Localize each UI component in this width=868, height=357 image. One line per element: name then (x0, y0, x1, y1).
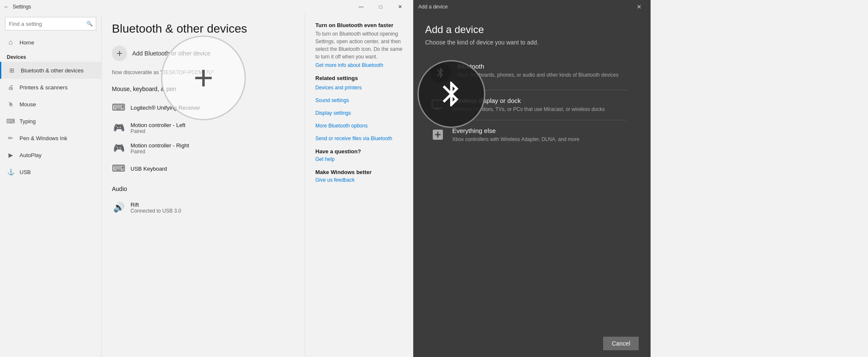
display-settings-link[interactable]: Display settings (315, 110, 403, 116)
sidebar-pen-label: Pen & Windows Ink (19, 135, 67, 141)
settings-window: ← Settings — □ ✕ 🔍 ⌂ Home Devices ⊞ (0, 0, 413, 357)
bluetooth-option-title: Bluetooth (457, 63, 618, 70)
dialog-option-everything-else[interactable]: Everything else Xbox controllers with Wi… (425, 120, 639, 150)
have-question-section: Have a question? Get help (315, 148, 403, 162)
tip-desc: To turn on Bluetooth without opening Set… (315, 30, 403, 61)
keyboard-icon: ⌨ (112, 101, 125, 114)
send-receive-link[interactable]: Send or receive files via Bluetooth (315, 136, 403, 141)
more-bluetooth-link[interactable]: More Bluetooth options (315, 123, 403, 129)
sidebar-mouse-label: Mouse (19, 101, 36, 108)
bluetooth-icon: ⊞ (8, 66, 16, 74)
tip-title: Turn on Bluetooth even faster (315, 22, 403, 28)
autoplay-icon: ▶ (7, 151, 14, 159)
title-bar-controls: — □ ✕ (351, 0, 410, 14)
sidebar-printers-label: Printers & scanners (19, 84, 67, 91)
maximize-button[interactable]: □ (371, 0, 390, 14)
device-logitech[interactable]: ⌨ Logitech® Unifying Receiver (112, 97, 295, 118)
sidebar-item-autoplay[interactable]: ▶ AutoPlay (0, 147, 101, 163)
title-bar: ← Settings — □ ✕ (0, 0, 413, 14)
search-icon: 🔍 (86, 21, 93, 27)
bluetooth-option-icon (430, 63, 451, 83)
sidebar-item-bluetooth[interactable]: ⊞ Bluetooth & other devices (0, 62, 101, 79)
dialog-close-button[interactable]: ✕ (633, 0, 645, 13)
home-icon: ⌂ (7, 39, 14, 46)
tip-link[interactable]: Get more info about Bluetooth (315, 62, 403, 68)
sidebar-typing-label: Typing (19, 118, 36, 125)
device-motion-left[interactable]: 🎮 Motion controller - Left Paired (112, 118, 295, 138)
device-motion-right[interactable]: 🎮 Motion controller - Right Paired (112, 138, 295, 158)
page-title: Bluetooth & other devices (112, 22, 295, 36)
device-rift-name: Rift (131, 202, 181, 208)
usb-icon: ⚓ (7, 168, 14, 176)
dialog-title-bar: Add a device ✕ (413, 0, 651, 14)
devices-panel: Bluetooth & other devices + Add Bluetoot… (102, 14, 305, 357)
audio-icon: 🔊 (112, 201, 125, 214)
dialog-subheading: Choose the kind of device you want to ad… (425, 39, 639, 46)
section-title-mouse: Mouse, keyboard, & pen (112, 86, 295, 92)
add-device-dialog: Add a device ✕ Add a device Choose the k… (413, 0, 651, 357)
dialog-option-bluetooth[interactable]: Bluetooth Mice, keyboards, phones, or au… (425, 56, 639, 90)
add-bluetooth-button[interactable]: + Add Bluetooth or other device (112, 44, 295, 63)
discoverable-text: Now discoverable as "DESKTOP-PCCM17U" (112, 69, 295, 75)
sidebar-search-container: 🔍 (5, 17, 96, 30)
wireless-display-desc: Wireless monitors, TVs, or PCs that use … (452, 106, 605, 113)
plus-icon: + (117, 48, 122, 58)
device-motion-right-status: Paired (131, 149, 189, 155)
device-rift-status: Connected to USB 3.0 (131, 208, 181, 214)
sidebar: 🔍 ⌂ Home Devices ⊞ Bluetooth & other dev… (0, 14, 102, 357)
dialog-footer: Cancel (413, 330, 651, 357)
dialog-option-wireless-display[interactable]: Wireless display or dock Wireless monito… (425, 90, 639, 120)
device-usb-keyboard[interactable]: ⌨ USB Keyboard (112, 158, 295, 179)
add-device-circle: + (112, 46, 127, 61)
sidebar-home-label: Home (19, 39, 34, 46)
device-motion-right-name: Motion controller - Right (131, 142, 189, 149)
section-title-audio: Audio (112, 185, 295, 192)
mouse-icon: 🖱 (7, 100, 14, 108)
sidebar-usb-label: USB (19, 169, 31, 175)
device-rift[interactable]: 🔊 Rift Connected to USB 3.0 (112, 197, 295, 218)
sidebar-item-home[interactable]: ⌂ Home (0, 34, 101, 51)
add-bluetooth-label: Add Bluetooth or other device (132, 50, 210, 57)
device-logitech-name: Logitech® Unifying Receiver (131, 105, 200, 111)
everything-else-icon (430, 127, 445, 142)
related-settings-title: Related settings (315, 75, 403, 81)
settings-body: 🔍 ⌂ Home Devices ⊞ Bluetooth & other dev… (0, 14, 413, 357)
device-motion-left-name: Motion controller - Left (131, 122, 185, 128)
cancel-button[interactable]: Cancel (603, 337, 639, 350)
sidebar-item-printers[interactable]: 🖨 Printers & scanners (0, 79, 101, 96)
devices-printers-link[interactable]: Devices and printers (315, 85, 403, 91)
window-title: Settings (13, 4, 31, 10)
sidebar-item-mouse[interactable]: 🖱 Mouse (0, 96, 101, 113)
right-panel: Turn on Bluetooth even faster To turn on… (305, 14, 413, 357)
everything-else-desc: Xbox controllers with Wireless Adapter, … (452, 136, 579, 143)
main-content: Bluetooth & other devices + Add Bluetoot… (102, 14, 413, 357)
wireless-display-icon (430, 97, 445, 112)
title-bar-left: ← Settings (3, 3, 31, 10)
usb-keyboard-icon: ⌨ (112, 162, 125, 175)
have-question-title: Have a question? (315, 148, 403, 155)
minimize-button[interactable]: — (351, 0, 371, 14)
back-icon[interactable]: ← (3, 3, 9, 10)
controller-left-icon: 🎮 (112, 121, 125, 135)
search-input[interactable] (5, 17, 96, 30)
sidebar-section-label: Devices (0, 51, 101, 62)
device-usb-keyboard-name: USB Keyboard (131, 166, 167, 172)
everything-else-title: Everything else (452, 127, 579, 134)
wireless-display-title: Wireless display or dock (452, 97, 605, 104)
make-windows-section: Make Windows better Give us feedback (315, 169, 403, 183)
feedback-link[interactable]: Give us feedback (315, 177, 403, 183)
make-windows-title: Make Windows better (315, 169, 403, 175)
sound-settings-link[interactable]: Sound settings (315, 97, 403, 103)
pen-icon: ✏ (7, 134, 14, 142)
dialog-title-text: Add a device (418, 4, 448, 10)
printer-icon: 🖨 (7, 83, 14, 91)
close-button[interactable]: ✕ (390, 0, 410, 14)
sidebar-item-pen[interactable]: ✏ Pen & Windows Ink (0, 130, 101, 147)
sidebar-bluetooth-label: Bluetooth & other devices (21, 67, 83, 74)
sidebar-autoplay-label: AutoPlay (19, 152, 42, 158)
dialog-heading: Add a device (425, 24, 639, 36)
device-motion-left-status: Paired (131, 128, 185, 134)
sidebar-item-typing[interactable]: ⌨ Typing (0, 113, 101, 130)
get-help-link[interactable]: Get help (315, 156, 403, 162)
sidebar-item-usb[interactable]: ⚓ USB (0, 163, 101, 180)
